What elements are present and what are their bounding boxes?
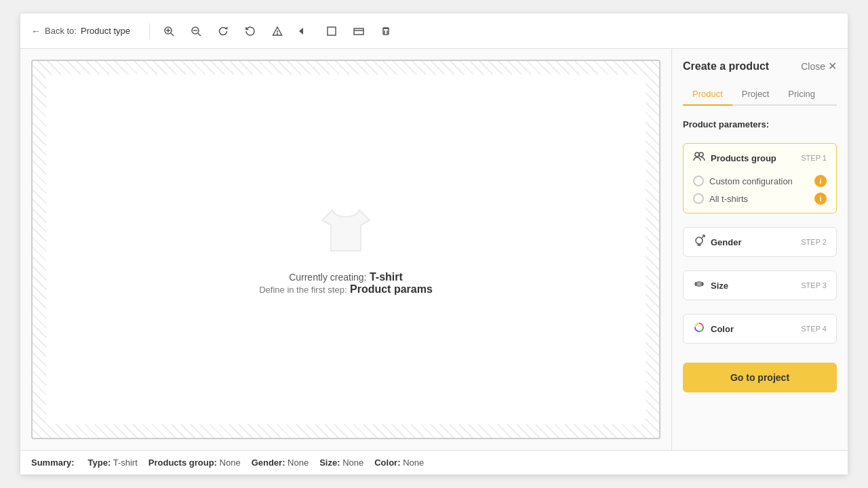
tshirt-icon: [319, 203, 373, 258]
right-panel: Create a product Close ✕ Product Project…: [671, 49, 848, 450]
step-label-gender: Gender: [711, 237, 742, 247]
step-label-size: Size: [711, 281, 728, 291]
svg-marker-9: [299, 28, 303, 35]
delete-button[interactable]: [375, 23, 397, 39]
svg-point-14: [695, 152, 699, 157]
svg-rect-11: [354, 28, 363, 35]
step-num-3: STEP 3: [801, 281, 827, 289]
svg-rect-13: [383, 28, 389, 35]
expand-button[interactable]: [348, 23, 370, 39]
summary-title: Summary:: [31, 458, 75, 468]
summary-gender: Gender: None: [252, 458, 309, 468]
step-header-products-group[interactable]: Products group STEP 1: [684, 144, 836, 172]
canvas-area: Currently creating: T-shirt Define in th…: [20, 49, 671, 450]
canvas-wrapper: Currently creating: T-shirt Define in th…: [31, 60, 660, 439]
step-card-color: Color STEP 4: [683, 314, 837, 344]
summary-type-key: Type:: [88, 458, 111, 468]
refresh-button[interactable]: [212, 23, 234, 39]
step-label-color: Color: [711, 324, 734, 334]
back-link[interactable]: ← Back to: Product type: [31, 26, 130, 37]
app-container: ← Back to: Product type: [20, 14, 848, 474]
option-text-custom: Custom configuration: [709, 176, 793, 186]
step-header-gender[interactable]: Gender STEP 2: [684, 228, 836, 256]
step-num-4: STEP 4: [801, 325, 827, 333]
warning-button[interactable]: [267, 23, 288, 39]
step-num-2: STEP 2: [801, 238, 827, 246]
step-header-size[interactable]: Size STEP 3: [684, 271, 836, 300]
info-icon-tshirts[interactable]: i: [814, 192, 827, 205]
go-to-project-button[interactable]: Go to project: [683, 363, 837, 392]
close-button[interactable]: Close ✕: [801, 60, 837, 73]
summary-size: Size: None: [319, 458, 363, 468]
toolbar: ← Back to: Product type: [20, 14, 848, 49]
zoom-out-button[interactable]: [185, 23, 207, 39]
step-name: Product params: [350, 283, 433, 295]
option-all-tshirts[interactable]: All t-shirts i: [693, 192, 827, 205]
step-header-left-color: Color: [693, 321, 734, 336]
summary-products-group-value: None: [220, 458, 241, 468]
svg-line-1: [171, 33, 174, 36]
summary-color-value: None: [403, 458, 424, 468]
radio-custom-configuration[interactable]: [693, 176, 704, 186]
step-options-products-group: Custom configuration i All t-shirts i: [684, 172, 836, 213]
main-content: Currently creating: T-shirt Define in th…: [20, 49, 848, 450]
zoom-in-button[interactable]: [158, 23, 180, 39]
params-label: Product parameters:: [683, 119, 837, 129]
step-label-products-group: Products group: [711, 153, 776, 163]
close-icon: ✕: [828, 60, 837, 73]
step-card-gender: Gender STEP 2: [683, 227, 837, 257]
step-header-left-size: Size: [693, 278, 728, 293]
summary-bar: Summary: Type: T-shirt Products group: N…: [20, 450, 848, 474]
gender-icon: [693, 235, 705, 249]
back-arrow-icon: ←: [31, 26, 41, 37]
step-card-products-group: Products group STEP 1 Custom configurati…: [683, 143, 837, 214]
toolbar-divider: [149, 23, 150, 39]
svg-point-16: [696, 237, 703, 244]
svg-point-15: [699, 152, 703, 157]
canvas-inner: Currently creating: T-shirt Define in th…: [46, 75, 646, 424]
step-header-left-gender: Gender: [693, 235, 742, 249]
tab-product[interactable]: Product: [683, 83, 732, 106]
option-text-tshirts: All t-shirts: [709, 194, 748, 204]
creating-name: T-shirt: [370, 271, 403, 283]
summary-type: Type: T-shirt: [88, 458, 138, 468]
step-label: Define in the first step:: [259, 285, 347, 295]
undo-button[interactable]: [294, 23, 315, 39]
step-header-left: Products group: [693, 150, 776, 165]
summary-color-key: Color:: [374, 458, 400, 468]
panel-title: Create a product: [683, 60, 769, 73]
summary-size-key: Size:: [319, 458, 340, 468]
tab-pricing[interactable]: Pricing: [778, 83, 825, 106]
size-icon: [693, 278, 705, 293]
creating-label: Currently creating:: [289, 272, 366, 283]
close-label: Close: [801, 61, 825, 72]
products-group-icon: [693, 150, 705, 165]
step-header-color[interactable]: Color STEP 4: [684, 314, 836, 343]
summary-products-group: Products group: None: [149, 458, 241, 468]
summary-type-value: T-shirt: [113, 458, 138, 468]
svg-rect-10: [328, 27, 336, 35]
canvas-text: Currently creating: T-shirt Define in th…: [259, 271, 433, 296]
info-icon-custom[interactable]: i: [814, 175, 827, 187]
crop-button[interactable]: [321, 23, 342, 39]
panel-header: Create a product Close ✕: [683, 60, 837, 73]
radio-all-tshirts[interactable]: [693, 193, 704, 204]
panel-tabs: Product Project Pricing: [683, 83, 837, 106]
summary-color: Color: None: [374, 458, 424, 468]
summary-size-value: None: [342, 458, 363, 468]
tab-project[interactable]: Project: [732, 83, 778, 106]
reset-button[interactable]: [239, 23, 261, 39]
svg-line-5: [198, 33, 201, 36]
step-num-1: STEP 1: [801, 154, 827, 162]
color-icon: [693, 321, 705, 336]
back-target: Product type: [81, 26, 130, 36]
svg-point-8: [277, 33, 277, 34]
summary-gender-key: Gender:: [252, 458, 285, 468]
back-label: Back to:: [45, 26, 77, 36]
summary-gender-value: None: [288, 458, 309, 468]
option-custom-configuration[interactable]: Custom configuration i: [693, 175, 827, 187]
summary-products-group-key: Products group:: [149, 458, 217, 468]
step-card-size: Size STEP 3: [683, 270, 837, 300]
